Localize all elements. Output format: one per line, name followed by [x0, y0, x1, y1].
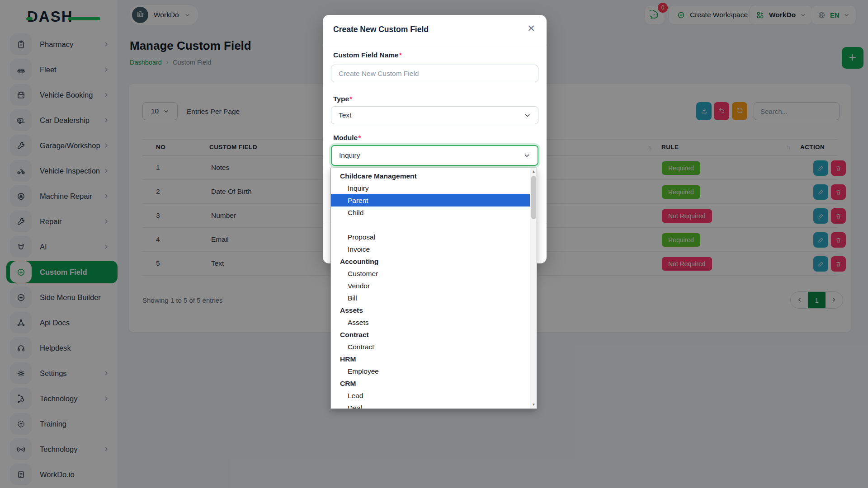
- dropdown-group-label: Assets: [331, 304, 530, 316]
- dropdown-group-label: Childcare Management: [331, 170, 530, 182]
- dropdown-option-parent[interactable]: Parent: [331, 194, 530, 206]
- module-select[interactable]: Inquiry: [331, 145, 538, 166]
- modal-title: Create New Custom Field: [333, 25, 429, 34]
- dropdown-option-proposal[interactable]: Proposal: [331, 231, 530, 243]
- type-select[interactable]: Text: [331, 106, 538, 124]
- dropdown-group-label: [331, 219, 530, 231]
- dropdown-group-label: Accounting: [331, 255, 530, 267]
- module-label: Module*: [333, 134, 361, 142]
- chevron-down-icon: [524, 112, 531, 119]
- dropdown-option-assets[interactable]: Assets: [331, 316, 530, 328]
- dropdown-option-vendor[interactable]: Vendor: [331, 280, 530, 292]
- dropdown-group-label: HRM: [331, 353, 530, 365]
- custom-field-name-label: Custom Field Name*: [333, 51, 402, 59]
- dropdown-option-contract[interactable]: Contract: [331, 341, 530, 353]
- custom-field-name-input[interactable]: [331, 65, 538, 82]
- dropdown-option-customer[interactable]: Customer: [331, 267, 530, 280]
- dropdown-option-deal[interactable]: Deal: [331, 402, 530, 409]
- dropdown-group-label: CRM: [331, 377, 530, 389]
- dropdown-option-invoice[interactable]: Invoice: [331, 243, 530, 255]
- scrollbar-thumb[interactable]: [531, 176, 536, 219]
- type-select-value: Text: [339, 111, 351, 119]
- type-label: Type*: [333, 95, 352, 103]
- dropdown-option-child[interactable]: Child: [331, 206, 530, 219]
- app-root: DASH PharmacyFleetVehicle BookingCar Dea…: [0, 0, 868, 488]
- dropdown-scrollbar[interactable]: ▲ ▼: [530, 168, 537, 408]
- module-dropdown-listbox: Childcare ManagementInquiryParentChildPr…: [330, 168, 537, 409]
- module-option-list: Childcare ManagementInquiryParentChildPr…: [331, 170, 530, 409]
- dropdown-option-employee[interactable]: Employee: [331, 365, 530, 377]
- chevron-down-icon: [524, 152, 530, 159]
- modal-header-divider: [323, 45, 547, 45]
- dropdown-group-label: Contract: [331, 328, 530, 341]
- scroll-down-arrow-icon[interactable]: ▼: [530, 401, 537, 408]
- scroll-up-arrow-icon[interactable]: ▲: [530, 168, 537, 175]
- dropdown-option-bill[interactable]: Bill: [331, 292, 530, 304]
- modal-close-button[interactable]: ✕: [524, 21, 538, 36]
- module-select-value: Inquiry: [339, 151, 360, 160]
- dropdown-option-inquiry[interactable]: Inquiry: [331, 182, 530, 194]
- dropdown-option-lead[interactable]: Lead: [331, 389, 530, 402]
